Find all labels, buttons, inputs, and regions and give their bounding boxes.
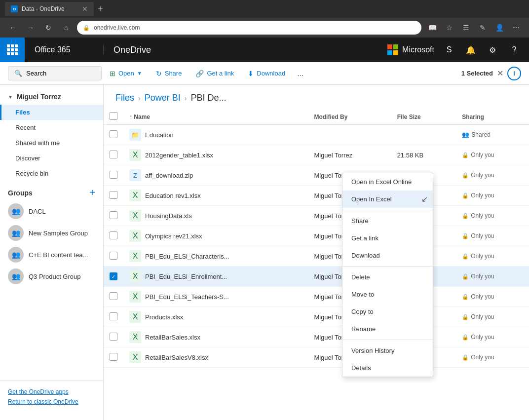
file-size: 21.58 KB (391, 145, 456, 165)
excel-icon: X (129, 230, 141, 242)
table-row[interactable]: XEducation rev1.xlsx Miguel Torrez 32.75… (104, 186, 529, 206)
col-name[interactable]: ↑ Name (123, 109, 308, 125)
open-dropdown-icon[interactable]: ▼ (137, 71, 142, 76)
sharing-badge: 🔒Only you (462, 354, 523, 361)
table-row[interactable]: ✓ XPBI_Edu_ELSi_Enrollment... Miguel Tor… (104, 267, 529, 287)
classic-link[interactable]: Return to classic OneDrive (8, 398, 95, 405)
share-button[interactable]: ↻ Share (150, 67, 188, 80)
table-row[interactable]: Zaff_download.zip Miguel Torrez 1.5 MB 🔒… (104, 165, 529, 186)
tab-favicon: O (11, 5, 18, 12)
table-row[interactable]: XProducts.xlsx Miguel Torrez 22.12 KB 🔒O… (104, 307, 529, 327)
clear-selection-button[interactable]: ✕ (497, 69, 503, 78)
context-menu-item-open-excel-online[interactable]: Open in Excel Online (342, 173, 433, 191)
add-group-button[interactable]: + (89, 187, 95, 198)
breadcrumb-sep-2: › (185, 94, 187, 102)
table-row[interactable]: XRetailBarSalesV8.xlsx Miguel Torrez 23.… (104, 347, 529, 368)
sidebar-item-shared[interactable]: Shared with me (0, 135, 103, 151)
row-checkbox[interactable] (110, 151, 117, 158)
extensions-button[interactable]: ✎ (476, 21, 490, 35)
row-checkbox[interactable] (110, 292, 117, 300)
info-button[interactable]: i (507, 67, 521, 80)
get-apps-link[interactable]: Get the OneDrive apps (8, 388, 95, 395)
home-button[interactable]: ⌂ (59, 21, 73, 35)
waffle-button[interactable] (0, 38, 25, 62)
context-menu-item-delete[interactable]: Delete (342, 268, 433, 286)
row-checkbox[interactable] (110, 231, 117, 239)
notifications-button[interactable]: 🔔 (461, 38, 481, 62)
sharing-badge: 🔒Only you (462, 152, 523, 158)
new-tab-button[interactable]: + (98, 4, 103, 14)
context-menu-separator-3 (342, 340, 433, 340)
ms-logo-text: Microsoft (402, 45, 434, 54)
table-row[interactable]: XRetailBarSales.xlsx Miguel Torrez 24.12… (104, 327, 529, 347)
skype-button[interactable]: S (439, 38, 459, 62)
row-checkbox[interactable]: ✓ (110, 272, 117, 280)
settings-button[interactable]: ⚙ (483, 38, 502, 62)
table-row[interactable]: XPBI_Edu_ELSi_Teachers-S... Miguel Torre… (104, 287, 529, 307)
address-bar[interactable]: 🔒 onedrive.live.com (77, 21, 421, 35)
row-checkbox[interactable] (110, 353, 117, 361)
context-menu-item-open-excel[interactable]: Open In Excel ↙ (342, 191, 433, 208)
star-button[interactable]: ☆ (442, 21, 456, 35)
account-button[interactable]: 👤 (492, 21, 506, 35)
download-button[interactable]: ⬇ Download (242, 67, 291, 80)
more-actions-button[interactable]: ... (293, 66, 307, 81)
sidebar-item-discover[interactable]: Discover (0, 151, 103, 166)
sharing-badge: 🔒Only you (462, 273, 523, 280)
menu-button[interactable]: ☰ (459, 21, 473, 35)
more-button[interactable]: ⋯ (509, 21, 523, 35)
table-row[interactable]: XOlympics rev21.xlsx Miguel Torrez 2.84 … (104, 226, 529, 246)
context-menu-separator-2 (342, 266, 433, 267)
breadcrumb-sep-1: › (138, 94, 141, 102)
bookmarks-button[interactable]: 📖 (425, 21, 439, 35)
context-menu-item-version-history[interactable]: Version History (342, 342, 433, 359)
sidebar-item-recycle[interactable]: Recycle bin (0, 166, 103, 181)
get-link-button[interactable]: 🔗 Get a link (189, 67, 240, 80)
sidebar-group-new-samples[interactable]: 👥 New Samples Group (0, 222, 103, 244)
row-checkbox[interactable] (110, 252, 117, 260)
table-row[interactable]: XHousingData.xls Miguel Torrez 1.6 MB 🔒O… (104, 206, 529, 226)
back-button[interactable]: ← (6, 21, 20, 35)
breadcrumb-powerbi[interactable]: Power BI (145, 93, 181, 103)
table-row[interactable]: 📁Education 👥Shared (104, 125, 529, 145)
search-box[interactable]: 🔍 Search (8, 66, 102, 80)
sharing-badge: 🔒Only you (462, 334, 523, 341)
sharing-badge: 🔒Only you (462, 192, 523, 199)
context-menu-item-download[interactable]: Download (342, 247, 433, 264)
file-size (391, 125, 456, 145)
sidebar-group-q3-product[interactable]: 👥 Q3 Product Group (0, 266, 103, 287)
sidebar-item-recent[interactable]: Recent (0, 120, 103, 135)
sidebar-group-ce-bi[interactable]: 👥 C+E BI content tea... (0, 244, 103, 266)
toolbar-right: 1 Selected ✕ i (461, 67, 521, 80)
row-checkbox[interactable] (110, 130, 117, 138)
sidebar-group-dacl[interactable]: 👥 DACL (0, 200, 103, 222)
groups-label: Groups (8, 189, 33, 197)
app-header: Office 365 OneDrive Microsoft S 🔔 ⚙ ? (0, 38, 529, 62)
forward-button[interactable]: → (24, 21, 38, 35)
col-file-size: File Size (391, 109, 456, 125)
context-menu-item-get-link[interactable]: Get a link (342, 229, 433, 247)
excel-icon: X (129, 250, 141, 262)
table-row[interactable]: X2012gender_table1.xlsx Miguel Torrez 21… (104, 145, 529, 165)
help-button[interactable]: ? (504, 38, 524, 62)
row-checkbox[interactable] (110, 191, 117, 199)
context-menu-item-rename[interactable]: Rename (342, 320, 433, 338)
select-all-checkbox[interactable] (110, 112, 117, 120)
row-checkbox[interactable] (110, 171, 117, 179)
sidebar-item-files[interactable]: Files (0, 105, 103, 120)
table-row[interactable]: XPBI_Edu_ELSi_Characteris... Miguel Torr… (104, 246, 529, 267)
row-checkbox[interactable] (110, 211, 117, 219)
row-checkbox[interactable] (110, 312, 117, 320)
context-menu-item-copy-to[interactable]: Copy to (342, 303, 433, 320)
row-checkbox[interactable] (110, 333, 117, 341)
breadcrumb-files[interactable]: Files (115, 93, 134, 103)
header-icons: S 🔔 ⚙ ? (434, 38, 529, 62)
context-menu-item-move-to[interactable]: Move to (342, 286, 433, 303)
sidebar-user[interactable]: ▼ Miguel Torrez (0, 89, 103, 105)
refresh-button[interactable]: ↻ (41, 21, 55, 35)
context-menu-item-share[interactable]: Share (342, 212, 433, 229)
context-menu-item-details[interactable]: Details (342, 359, 433, 377)
browser-tab[interactable]: O Data - OneDrive ✕ (5, 2, 94, 16)
close-tab-button[interactable]: ✕ (82, 5, 88, 13)
open-button[interactable]: ⊞ Open ▼ (104, 67, 148, 80)
